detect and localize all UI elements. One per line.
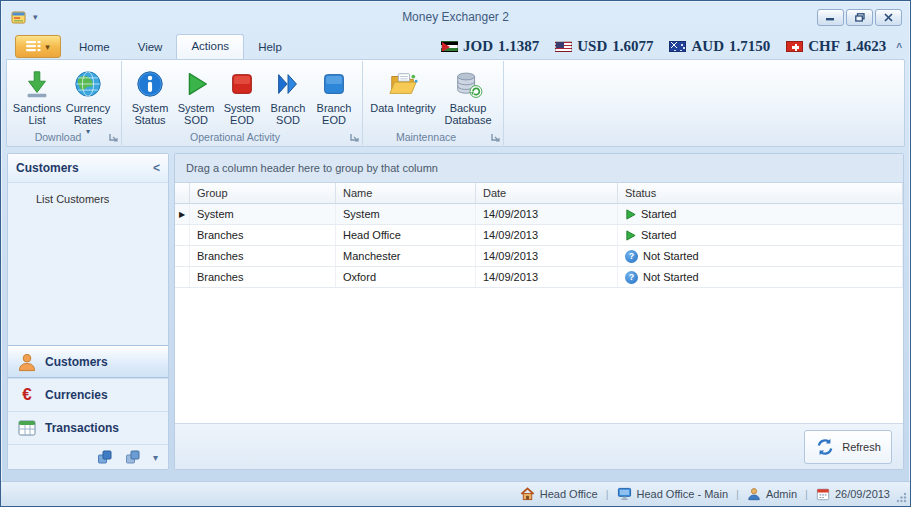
euro-icon: € <box>17 385 37 405</box>
sidebar-nav-transactions[interactable]: Transactions <box>8 411 168 444</box>
grid-empty-area <box>175 288 903 423</box>
ticker-chf: CHF 1.4623 <box>786 38 886 55</box>
table-row[interactable]: Branches Oxford 14/09/2013 ? Not Started <box>175 267 903 288</box>
qat-customize-caret-icon[interactable]: ▾ <box>33 12 38 22</box>
table-row[interactable]: Branches Manchester 14/09/2013 ? Not Sta… <box>175 246 903 267</box>
refresh-button[interactable]: Refresh <box>804 430 892 464</box>
sanctions-list-button[interactable]: Sanctions List <box>14 63 60 126</box>
minimize-button[interactable] <box>817 9 844 26</box>
collapse-ribbon-button[interactable]: ^ <box>896 42 902 53</box>
cubes-icon[interactable] <box>97 449 113 465</box>
cubes-icon[interactable] <box>125 449 141 465</box>
status-text: Not Started <box>643 271 699 283</box>
currency-rates-button[interactable]: Currency Rates ▾ <box>60 63 116 138</box>
sidebar-collapse-button[interactable]: < <box>153 161 160 175</box>
refresh-icon <box>815 437 835 457</box>
grid-header-row: Group Name Date Status <box>175 183 903 204</box>
system-eod-button[interactable]: System EOD <box>219 63 265 126</box>
cell-group: System <box>190 204 336 224</box>
resize-grip-icon[interactable] <box>896 492 907 503</box>
sidebar-nav-customers[interactable]: Customers <box>8 345 168 378</box>
australia-flag-icon <box>669 41 686 52</box>
started-icon <box>625 230 636 241</box>
row-selection-indicator <box>175 246 190 266</box>
group-label-maintenance: Maintennace <box>363 131 489 143</box>
dialog-launcher-icon[interactable] <box>491 133 500 142</box>
button-label: Currency Rates <box>60 102 116 126</box>
tab-actions[interactable]: Actions <box>176 34 244 59</box>
tab-help[interactable]: Help <box>244 36 296 59</box>
dialog-launcher-icon[interactable] <box>350 133 359 142</box>
ticker-jod: JOD 1.1387 <box>441 38 539 55</box>
double-chevron-icon <box>273 66 303 102</box>
person-icon <box>17 352 37 372</box>
download-icon <box>22 66 52 102</box>
close-button[interactable] <box>875 9 902 26</box>
cell-name: Oxford <box>336 267 476 287</box>
calendar-icon <box>816 487 830 501</box>
branch-sod-button[interactable]: Branch SOD <box>265 63 311 126</box>
column-header-date[interactable]: Date <box>476 183 618 203</box>
system-status-button[interactable]: System Status <box>127 63 173 126</box>
status-date-label: 26/09/2013 <box>835 488 890 500</box>
column-header-status[interactable]: Status <box>618 183 903 203</box>
user-icon <box>747 487 761 501</box>
tab-home[interactable]: Home <box>65 36 124 59</box>
monitor-icon <box>617 487 632 501</box>
usa-flag-icon <box>555 41 572 52</box>
status-user-label: Admin <box>766 488 797 500</box>
nav-label: Currencies <box>45 388 108 402</box>
cell-status: Started <box>618 225 903 245</box>
column-header-name[interactable]: Name <box>336 183 476 203</box>
button-label: Sanctions List <box>13 102 61 126</box>
status-workstation: Head Office - Main <box>617 487 729 501</box>
not-started-icon: ? <box>625 250 638 263</box>
group-label-operational-activity: Operational Activity <box>122 131 348 143</box>
row-selection-indicator: ▶ <box>175 204 190 224</box>
header-indicator-cell <box>175 183 190 203</box>
restore-icon <box>855 13 865 22</box>
button-label: System SOD <box>173 102 219 126</box>
ticker-rate: 1.4623 <box>845 38 886 55</box>
tab-view[interactable]: View <box>124 36 177 59</box>
sidebar-panel-header: Customers < <box>8 154 168 183</box>
system-sod-button[interactable]: System SOD <box>173 63 219 126</box>
ticker-aud: AUD 1.7150 <box>669 38 770 55</box>
cell-date: 14/09/2013 <box>476 246 618 266</box>
nav-label: Customers <box>45 355 108 369</box>
started-icon <box>625 209 636 220</box>
ticker-code: USD <box>577 38 607 55</box>
status-user: Admin <box>747 487 797 501</box>
title-bar: ▾ Money Exchanger 2 <box>1 1 910 31</box>
ticker-usd: USD 1.6077 <box>555 38 653 55</box>
column-header-group[interactable]: Group <box>190 183 336 203</box>
square-icon <box>319 66 349 102</box>
footer-options-caret-icon[interactable]: ▾ <box>153 452 158 463</box>
caret-down-icon: ▾ <box>45 42 50 52</box>
table-icon <box>17 418 37 438</box>
data-integrity-button[interactable]: Data Integrity <box>368 63 438 114</box>
ticker-code: AUD <box>691 38 724 55</box>
refresh-label: Refresh <box>842 441 881 453</box>
button-label: Data Integrity <box>370 102 435 114</box>
main-content: Customers < List Customers Customers € C… <box>1 147 910 481</box>
sidebar-item-list-customers[interactable]: List Customers <box>8 183 168 205</box>
status-separator: | <box>736 488 739 500</box>
table-row[interactable]: Branches Head Office 14/09/2013 Started <box>175 225 903 246</box>
sidebar-nav-currencies[interactable]: € Currencies <box>8 378 168 411</box>
application-menu-button[interactable]: ▾ <box>15 35 61 58</box>
database-icon <box>453 66 483 102</box>
minimize-icon <box>826 13 835 21</box>
table-row[interactable]: ▶ System System 14/09/2013 Started <box>175 204 903 225</box>
branch-eod-button[interactable]: Branch EOD <box>311 63 357 126</box>
restore-button[interactable] <box>846 9 873 26</box>
ticker-code: JOD <box>463 38 493 55</box>
ribbon-tab-row: ▾ Home View Actions Help JOD 1.1387 USD … <box>1 31 910 59</box>
ribbon: Sanctions List Currency Rates ▾ Download <box>6 59 905 147</box>
switzerland-flag-icon <box>786 41 803 52</box>
dialog-launcher-icon[interactable] <box>109 133 118 142</box>
backup-database-button[interactable]: Backup Database <box>438 63 498 126</box>
status-date[interactable]: 26/09/2013 <box>816 487 890 501</box>
cell-date: 14/09/2013 <box>476 267 618 287</box>
group-by-bar[interactable]: Drag a column header here to group by th… <box>175 154 903 183</box>
